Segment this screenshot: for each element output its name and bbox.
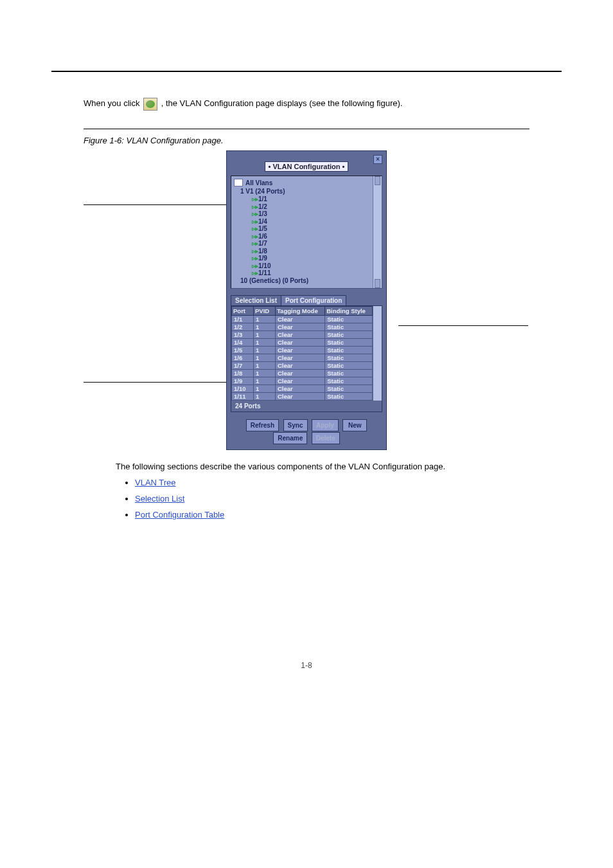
vlan-tree-panel: All Vlans 1 V1 (24 Ports) ▹▸1/1 ▹▸1/2 ▹▸… [231, 176, 382, 289]
refresh-tree-icon[interactable] [234, 179, 243, 186]
tree-port-label: 1/11 [258, 269, 271, 276]
tree-port[interactable]: ▹▸1/3 [240, 210, 379, 217]
tree-port[interactable]: ▹▸1/11 [240, 269, 379, 276]
table-cell: 1 [254, 362, 276, 370]
refresh-button[interactable]: Refresh [246, 419, 279, 431]
tree-port[interactable]: ▹▸1/2 [240, 203, 379, 210]
table-row[interactable]: 1/101ClearStatic [232, 385, 373, 393]
close-icon[interactable]: × [373, 155, 382, 164]
tree-port[interactable]: ▹▸1/5 [240, 225, 379, 232]
table-row[interactable]: 1/91ClearStatic [232, 377, 373, 385]
sync-button[interactable]: Sync [283, 419, 308, 431]
tree-scrollbar[interactable] [373, 176, 382, 288]
port-icon: ▹▸ [252, 195, 257, 203]
port-icon: ▹▸ [252, 218, 257, 225]
table-scrollbar[interactable] [373, 306, 382, 401]
table-cell: Static [325, 316, 373, 323]
table-cell: Clear [276, 393, 325, 401]
rule-top [51, 71, 562, 72]
table-cell: Static [325, 339, 373, 347]
table-cell: Static [325, 331, 373, 339]
table-cell: 1/6 [232, 354, 254, 362]
col-tagging[interactable]: Tagging Mode [276, 307, 325, 316]
table-row[interactable]: 1/31ClearStatic [232, 331, 373, 339]
intro-prefix: When you click [84, 98, 142, 108]
tree-vlan-10-label: 10 (Genetics) (0 Ports) [240, 277, 308, 284]
tree-port[interactable]: ▹▸1/4 [240, 218, 379, 225]
ports-count: 24 Ports [231, 401, 382, 411]
links-list: VLAN Tree Selection List Port Configurat… [103, 478, 562, 520]
table-row[interactable]: 1/111ClearStatic [232, 393, 373, 401]
table-row[interactable]: 1/11ClearStatic [232, 316, 373, 323]
table-row[interactable]: 1/61ClearStatic [232, 354, 373, 362]
table-row[interactable]: 1/81ClearStatic [232, 370, 373, 377]
link-selection-list[interactable]: Selection List [135, 494, 184, 503]
col-pvid[interactable]: PVID [254, 307, 276, 316]
tree-port-label: 1/8 [258, 248, 267, 255]
intro-suffix: , the VLAN Configuration page displays (… [161, 98, 403, 108]
post-figure-text: The following sections describe the vari… [84, 462, 562, 471]
table-cell: 1/5 [232, 347, 254, 354]
list-item: Selection List [135, 494, 562, 503]
table-row[interactable]: 1/41ClearStatic [232, 339, 373, 347]
link-port-config-table[interactable]: Port Configuration Table [135, 510, 224, 520]
tree-port[interactable]: ▹▸1/8 [240, 248, 379, 255]
port-icon: ▹▸ [252, 203, 257, 210]
table-cell: 1/9 [232, 377, 254, 385]
tree-port[interactable]: ▹▸1/7 [240, 240, 379, 247]
port-table: Port PVID Tagging Mode Binding Style 1/1… [231, 306, 373, 401]
table-cell: 1/2 [232, 323, 254, 331]
tab-selection-list[interactable]: Selection List [231, 295, 281, 305]
tree-port-label: 1/9 [258, 255, 267, 262]
table-row[interactable]: 1/51ClearStatic [232, 347, 373, 354]
vlan-config-window: × • VLAN Configuration • All Vlans 1 V1 … [226, 150, 387, 450]
tree-port[interactable]: ▹▸1/10 [240, 262, 379, 269]
table-cell: 1 [254, 347, 276, 354]
table-cell: Static [325, 377, 373, 385]
table-cell: 1 [254, 385, 276, 393]
tree-port[interactable]: ▹▸1/6 [240, 233, 379, 240]
tree-root-label: All Vlans [245, 179, 272, 186]
figure-wrap: × • VLAN Configuration • All Vlans 1 V1 … [84, 150, 529, 450]
port-icon: ▹▸ [252, 255, 257, 262]
table-cell: 1 [254, 316, 276, 323]
tree-vlan-1-label: 1 V1 (24 Ports) [240, 188, 285, 195]
new-button[interactable]: New [342, 419, 367, 431]
port-icon: ▹▸ [252, 233, 257, 240]
rule-above-figure [84, 129, 529, 129]
tree-vlan-10[interactable]: 10 (Genetics) (0 Ports) [240, 277, 379, 284]
tree-port-label: 1/4 [258, 218, 267, 225]
port-icon: ▹▸ [252, 210, 257, 217]
table-cell: 1 [254, 370, 276, 377]
col-binding[interactable]: Binding Style [325, 307, 373, 316]
port-table-panel: Port PVID Tagging Mode Binding Style 1/1… [231, 305, 382, 412]
apply-button[interactable]: Apply [312, 419, 339, 431]
table-cell: 1 [254, 331, 276, 339]
table-cell: Static [325, 385, 373, 393]
tab-port-configuration[interactable]: Port Configuration [281, 295, 346, 305]
table-cell: Static [325, 347, 373, 354]
table-cell: Static [325, 393, 373, 401]
table-cell: 1/1 [232, 316, 254, 323]
link-vlan-tree[interactable]: VLAN Tree [135, 478, 176, 487]
table-row[interactable]: 1/21ClearStatic [232, 323, 373, 331]
table-cell: Clear [276, 362, 325, 370]
table-cell: Clear [276, 316, 325, 323]
table-cell: Clear [276, 354, 325, 362]
tabs-row: Selection ListPort Configuration [231, 295, 382, 305]
table-cell: Clear [276, 370, 325, 377]
tree-vlan-1[interactable]: 1 V1 (24 Ports) [240, 188, 379, 195]
col-port[interactable]: Port [232, 307, 254, 316]
tree-port[interactable]: ▹▸1/1 [240, 195, 379, 203]
tree-port-label: 1/3 [258, 210, 267, 217]
delete-button[interactable]: Delete [312, 432, 340, 444]
window-title: • VLAN Configuration • [265, 161, 348, 172]
table-cell: 1/7 [232, 362, 254, 370]
intro-paragraph: When you click , the VLAN Configuration … [84, 98, 529, 111]
tree-port[interactable]: ▹▸1/9 [240, 255, 379, 262]
rename-button[interactable]: Rename [273, 432, 307, 444]
tree-root[interactable]: All Vlans [234, 179, 379, 186]
vlan-config-icon [143, 98, 157, 111]
table-row[interactable]: 1/71ClearStatic [232, 362, 373, 370]
table-cell: 1 [254, 377, 276, 385]
